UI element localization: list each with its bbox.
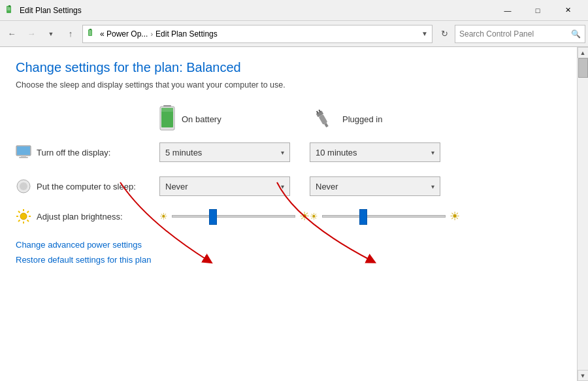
app-icon <box>5 5 16 16</box>
page-title: Change settings for the plan: Balanced <box>16 60 561 75</box>
svg-rect-2 <box>7 10 10 12</box>
search-box: 🔍 <box>455 25 585 43</box>
brightness-battery-slider: ☀ ☀ <box>159 209 310 224</box>
breadcrumb-separator: › <box>150 30 153 38</box>
on-battery-column: On battery <box>159 105 310 133</box>
display-plugged-value: 10 minutes <box>316 148 357 157</box>
sleep-battery-value: Never <box>165 182 188 191</box>
svg-line-27 <box>18 211 20 213</box>
sleep-battery-control: Never ▾ <box>159 176 310 196</box>
svg-line-29 <box>27 211 29 213</box>
forward-button[interactable]: → <box>22 25 41 43</box>
brightness-battery-track[interactable] <box>172 215 295 218</box>
brightness-plugged-min-icon: ☀ <box>310 211 318 222</box>
display-plugged-dropdown-arrow: ▾ <box>431 149 434 156</box>
close-button[interactable]: ✕ <box>553 0 583 21</box>
column-headers: On battery Plugged in <box>159 105 561 133</box>
display-battery-dropdown-arrow: ▾ <box>281 149 284 156</box>
dropdown-history-button[interactable]: ▼ <box>42 25 60 43</box>
window-controls: — □ ✕ <box>493 0 583 21</box>
display-battery-value: 5 minutes <box>165 148 202 157</box>
scroll-thumb[interactable] <box>578 58 588 78</box>
scroll-up-button[interactable]: ▲ <box>578 47 589 58</box>
battery-icon <box>159 105 175 133</box>
brightness-battery-max-icon: ☀ <box>299 209 310 224</box>
svg-point-22 <box>20 213 27 220</box>
on-battery-label: On battery <box>182 114 221 124</box>
power-options-icon <box>87 29 97 39</box>
minimize-button[interactable]: — <box>493 0 523 21</box>
svg-rect-18 <box>21 156 26 157</box>
display-icon <box>16 144 31 160</box>
svg-point-21 <box>20 182 27 190</box>
bottom-links: Change advanced power settings Restore d… <box>16 240 561 265</box>
back-button[interactable]: ← <box>3 25 21 43</box>
scroll-down-button[interactable]: ▼ <box>578 370 589 381</box>
svg-rect-10 <box>161 108 173 112</box>
brightness-section: Adjust plan brightness: ☀ ☀ ☀ ☀ <box>16 208 561 224</box>
display-battery-dropdown[interactable]: 5 minutes ▾ <box>159 142 290 162</box>
sleep-plugged-value: Never <box>316 182 338 191</box>
sleep-battery-dropdown[interactable]: Never ▾ <box>159 176 290 196</box>
scroll-track[interactable] <box>578 58 589 370</box>
brightness-plugged-slider: ☀ ☀ <box>310 209 460 224</box>
display-plugged-dropdown[interactable]: 10 minutes ▾ <box>310 142 440 162</box>
sleep-plugged-control: Never ▾ <box>310 176 460 196</box>
plugged-in-label: Plugged in <box>342 114 382 124</box>
brightness-plugged-track[interactable] <box>322 215 446 218</box>
display-battery-control: 5 minutes ▾ <box>159 142 310 162</box>
sleep-setting-row: Put the computer to sleep: Never ▾ Never… <box>16 174 561 198</box>
window-title: Edit Plan Settings <box>20 6 493 15</box>
search-icon: 🔍 <box>571 29 581 39</box>
restore-defaults-link[interactable]: Restore default settings for this plan <box>16 255 561 265</box>
title-bar: Edit Plan Settings — □ ✕ <box>0 0 588 21</box>
search-input[interactable] <box>459 29 568 39</box>
svg-rect-19 <box>19 157 28 158</box>
address-bar: ← → ▼ ↑ « Power Op... › Edit Plan Settin… <box>0 21 588 47</box>
plug-icon <box>310 108 336 129</box>
svg-line-28 <box>27 220 29 222</box>
display-label-cell: Turn off the display: <box>16 144 159 160</box>
brightness-plugged-max-icon: ☀ <box>449 209 460 224</box>
brightness-battery-thumb[interactable] <box>209 209 217 225</box>
brightness-icon <box>16 208 31 224</box>
maximize-button[interactable]: □ <box>523 0 553 21</box>
refresh-button[interactable]: ↻ <box>435 25 453 43</box>
scrollbar: ▲ ▼ <box>577 47 588 381</box>
sleep-plugged-dropdown-arrow: ▾ <box>431 183 434 190</box>
svg-marker-6 <box>90 29 91 30</box>
display-label: Turn off the display: <box>37 148 110 157</box>
svg-line-30 <box>18 220 20 222</box>
brightness-label: Adjust plan brightness: <box>37 212 123 222</box>
plugged-in-column: Plugged in <box>310 105 460 133</box>
advanced-settings-link[interactable]: Change advanced power settings <box>16 240 561 250</box>
up-button[interactable]: ↑ <box>61 25 80 43</box>
breadcrumb-prefix: « Power Op... <box>100 29 148 39</box>
breadcrumb-content: « Power Op... › Edit Plan Settings <box>87 29 218 39</box>
breadcrumb[interactable]: « Power Op... › Edit Plan Settings ▼ <box>82 25 433 43</box>
breadcrumb-current: Edit Plan Settings <box>155 29 218 39</box>
page-subtitle: Choose the sleep and display settings th… <box>16 80 561 90</box>
sleep-icon <box>16 178 31 194</box>
brightness-plugged-thumb[interactable] <box>359 209 367 225</box>
sleep-battery-dropdown-arrow: ▾ <box>281 183 284 190</box>
brightness-battery-min-icon: ☀ <box>159 211 168 222</box>
brightness-setting-row: Adjust plan brightness: ☀ ☀ ☀ ☀ <box>16 208 561 224</box>
breadcrumb-chevron-icon[interactable]: ▼ <box>421 30 428 37</box>
display-setting-row: Turn off the display: 5 minutes ▾ 10 min… <box>16 141 561 164</box>
sleep-label: Put the computer to sleep: <box>37 182 136 191</box>
svg-rect-17 <box>17 146 30 155</box>
display-plugged-control: 10 minutes ▾ <box>310 142 460 162</box>
brightness-label-cell: Adjust plan brightness: <box>16 208 159 224</box>
content-area: Change settings for the plan: Balanced C… <box>0 47 577 381</box>
sleep-label-cell: Put the computer to sleep: <box>16 178 159 194</box>
main-content: Change settings for the plan: Balanced C… <box>0 47 588 381</box>
svg-rect-5 <box>89 30 91 35</box>
svg-marker-3 <box>8 5 10 7</box>
sleep-plugged-dropdown[interactable]: Never ▾ <box>310 176 440 196</box>
